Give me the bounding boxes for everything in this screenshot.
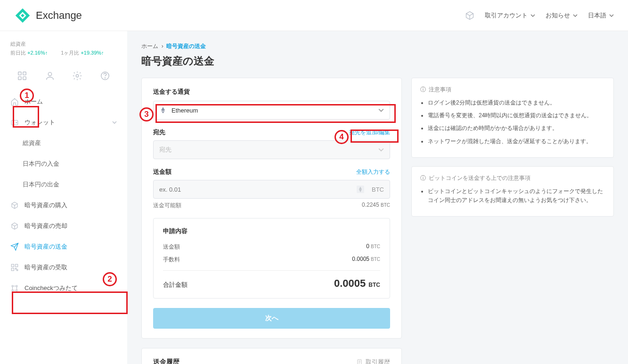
logo[interactable]: Exchange	[14, 7, 82, 24]
svg-point-8	[76, 74, 79, 77]
stepper-icon[interactable]: ▲▼	[357, 186, 364, 193]
history-title: 送金履歴	[153, 358, 179, 364]
sidebar-item-coincheck-reserve[interactable]: Coincheckつみたて	[0, 278, 127, 299]
svg-rect-17	[17, 270, 18, 271]
news-label: お知らせ	[546, 11, 570, 20]
history-card: 送金履歴 取引履歴	[141, 348, 402, 364]
gear-icon[interactable]	[72, 71, 82, 81]
ethereum-icon	[159, 106, 167, 114]
breadcrumb-current: 暗号資産の送金	[166, 43, 206, 49]
available-label: 送金可能額	[153, 202, 181, 210]
notice1-item: ログイン後2分間は仮想通貨の送金はできません。	[428, 98, 605, 107]
summary-total-value: 0.0005	[334, 277, 366, 289]
notice1-title: 注意事項	[429, 86, 451, 94]
dest-placeholder: 宛先	[159, 146, 171, 154]
breadcrumb-home[interactable]: ホーム	[141, 43, 158, 49]
help-icon[interactable]	[100, 71, 110, 81]
sidebar-item-wallet[interactable]: ウォレット	[0, 112, 127, 133]
sidebar-wallet-label: ウォレット	[24, 118, 55, 127]
info-icon: ⓘ	[420, 86, 426, 94]
content: ホーム › 暗号資産の送金 暗号資産の送金 送金する通貨 Ethereum	[127, 31, 628, 364]
dest-label: 宛先	[153, 128, 165, 137]
summary-amount-label: 送金額	[163, 243, 180, 251]
svg-rect-4	[23, 72, 26, 75]
svg-rect-13	[11, 264, 14, 267]
svg-rect-6	[23, 77, 26, 80]
sidebar-home-label: ホーム	[24, 97, 43, 106]
amount-all-link[interactable]: 全額入力する	[356, 168, 390, 176]
header-right: 取引アカウント お知らせ 日本語	[465, 11, 614, 20]
svg-rect-3	[18, 72, 21, 75]
sidebar-item-jpy-deposit[interactable]: 日本円の入金	[0, 154, 127, 174]
lang-label: 日本語	[588, 11, 606, 20]
dest-select[interactable]: 宛先	[153, 140, 390, 159]
logo-text: Exchange	[36, 9, 82, 22]
summary-total-label: 合計金額	[163, 281, 188, 289]
available-unit: BTC	[381, 202, 390, 208]
currency-value: Ethereum	[171, 107, 198, 114]
svg-point-7	[48, 73, 51, 76]
sidebar-item-home[interactable]: ホーム	[0, 91, 127, 112]
chevron-down-icon	[378, 107, 384, 113]
chevron-down-icon	[378, 147, 384, 153]
notice2-list: ビットコインとビットコインキャッシュのようにフォークで発生したコイン同士のアドレ…	[420, 187, 605, 205]
amount-input[interactable]	[159, 186, 353, 193]
sidebar-item-sell-crypto[interactable]: 暗号資産の売却	[0, 216, 127, 236]
amount-input-wrap: ▲▼ BTC	[153, 180, 390, 199]
cube-icon	[10, 201, 19, 210]
notice2-item: ビットコインとビットコインキャッシュのようにフォークで発生したコイン同士のアドレ…	[428, 187, 605, 205]
summary-fee-value: 0.0005	[352, 256, 369, 262]
summary-fee-label: 手数料	[163, 256, 180, 264]
svg-rect-5	[18, 77, 21, 80]
sidebar: 総資産 前日比 +2.16%↑ 1ヶ月比 +19.39%↑ ホーム	[0, 31, 127, 364]
lang-dropdown[interactable]: 日本語	[588, 11, 614, 20]
svg-rect-15	[11, 268, 14, 271]
amount-unit: BTC	[372, 186, 384, 193]
summary-amount-value: 0	[366, 243, 369, 250]
news-dropdown[interactable]: お知らせ	[546, 11, 578, 20]
asset-label: 総資産	[10, 40, 117, 48]
qr-icon	[10, 263, 19, 272]
page-title: 暗号資産の送金	[141, 54, 614, 68]
chevron-down-icon	[530, 13, 535, 18]
sidebar-item-send-crypto[interactable]: 暗号資産の送金	[0, 236, 127, 257]
user-icon[interactable]	[45, 71, 55, 81]
month-label: 1ヶ月比	[61, 50, 79, 56]
sidebar-item-total-asset[interactable]: 総資産	[0, 133, 127, 154]
wallet-icon	[10, 118, 19, 127]
amount-label: 送金額	[153, 168, 171, 176]
sidebar-item-buy-crypto[interactable]: 暗号資産の購入	[0, 195, 127, 216]
svg-point-10	[105, 78, 105, 78]
day-change: +2.16%↑	[27, 50, 48, 56]
account-dropdown[interactable]: 取引アカウント	[485, 11, 535, 20]
asset-summary: 総資産 前日比 +2.16%↑ 1ヶ月比 +19.39%↑	[0, 40, 127, 66]
available-value: 0.2245	[362, 202, 379, 208]
chevron-down-icon	[112, 120, 117, 125]
sidebar-item-jpy-withdraw[interactable]: 日本円の出金	[0, 174, 127, 195]
notice2-title: ビットコインを送金する上での注意事項	[429, 174, 530, 182]
nav-tabs	[0, 66, 127, 86]
history-link[interactable]: 取引履歴	[356, 358, 390, 364]
dest-add-link[interactable]: 宛先を追加/編集	[349, 129, 390, 137]
currency-label: 送金する通貨	[153, 88, 390, 96]
notice1-item: 電話番号を変更後、24時間以内に仮想通貨の送金はできません。	[428, 111, 605, 120]
svg-point-19	[16, 285, 17, 287]
currency-select[interactable]: Ethereum	[153, 101, 390, 120]
notice-card-2: ⓘビットコインを送金する上での注意事項 ビットコインとビットコインキャッシュのよ…	[411, 166, 614, 217]
next-button[interactable]: 次へ	[153, 308, 390, 329]
grid-icon[interactable]	[17, 71, 27, 81]
cube-icon[interactable]	[465, 11, 474, 20]
summary-card: 申請内容 送金額 0BTC 手数料 0.0005BTC 合計金額 0.000	[153, 218, 390, 299]
svg-point-21	[16, 290, 17, 291]
cube-icon	[10, 222, 19, 230]
sidebar-item-receive-crypto[interactable]: 暗号資産の受取	[0, 257, 127, 278]
document-icon	[356, 359, 363, 364]
svg-point-18	[12, 285, 13, 287]
svg-rect-14	[16, 264, 18, 267]
svg-point-12	[16, 122, 17, 123]
breadcrumb: ホーム › 暗号資産の送金	[141, 42, 614, 50]
chevron-down-icon	[573, 13, 578, 18]
logo-icon	[14, 7, 31, 24]
chevron-down-icon	[609, 13, 614, 18]
info-icon: ⓘ	[420, 174, 426, 182]
